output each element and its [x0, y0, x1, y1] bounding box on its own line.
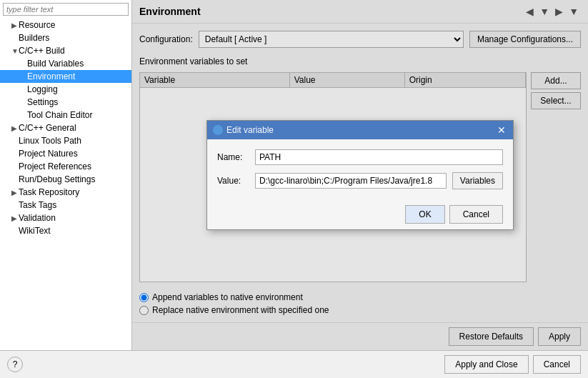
- apply-and-close-button[interactable]: Apply and Close: [444, 355, 528, 374]
- modal-name-row: Name:: [217, 149, 503, 165]
- sidebar-item-label-project-references: Project References: [19, 161, 91, 171]
- modal-value-row: Value: Variables: [217, 172, 503, 189]
- sidebar-item-label-resource: Resource: [19, 20, 55, 30]
- sidebar-item-logging[interactable]: Logging: [0, 83, 131, 96]
- modal-value-label: Value:: [217, 176, 249, 186]
- footer-right: Apply and Close Cancel: [444, 355, 581, 374]
- sidebar-item-label-linux-tools-path: Linux Tools Path: [19, 136, 81, 146]
- modal-title: Edit variable: [226, 125, 274, 135]
- sidebar-item-label-validation: Validation: [19, 213, 56, 223]
- help-button[interactable]: ?: [7, 357, 23, 372]
- modal-name-label: Name:: [217, 152, 249, 162]
- sidebar-item-cpp-general[interactable]: ▶C/C++ General: [0, 121, 131, 134]
- tree-arrow-resource: ▶: [11, 21, 19, 29]
- cancel-button[interactable]: Cancel: [533, 355, 581, 374]
- sidebar-item-wikitext[interactable]: WikiText: [0, 224, 131, 237]
- modal-header: Edit variable ✕: [207, 121, 513, 139]
- modal-footer: OK Cancel: [207, 199, 513, 229]
- sidebar-item-linux-tools-path[interactable]: Linux Tools Path: [0, 134, 131, 147]
- sidebar-item-validation[interactable]: ▶Validation: [0, 212, 131, 224]
- modal-body: Name: Value: Variables: [207, 139, 513, 199]
- right-panel: Environment ◀ ▼ ▶ ▼ Configuration: Defau…: [132, 0, 588, 350]
- modal-header-title: Edit variable: [213, 125, 274, 135]
- sidebar-item-environment[interactable]: Environment: [0, 70, 131, 83]
- sidebar-item-label-project-natures: Project Natures: [19, 149, 78, 159]
- variables-button[interactable]: Variables: [452, 172, 503, 189]
- edit-variable-dialog: Edit variable ✕ Name: Value: Variables: [206, 120, 514, 230]
- sidebar-item-settings[interactable]: Settings: [0, 96, 131, 109]
- tree-arrow-cpp-build: ▼: [11, 47, 19, 55]
- sidebar-item-project-natures[interactable]: Project Natures: [0, 147, 131, 160]
- sidebar-item-build-variables[interactable]: Build Variables: [0, 57, 131, 70]
- sidebar-item-label-task-repository: Task Repository: [19, 187, 79, 197]
- modal-ok-button[interactable]: OK: [405, 205, 444, 224]
- footer-left: ?: [7, 357, 23, 372]
- footer: ? Apply and Close Cancel: [0, 350, 588, 378]
- tree-arrow-task-repository: ▶: [11, 189, 19, 197]
- main-container: ▶ResourceBuilders▼C/C++ BuildBuild Varia…: [0, 0, 588, 378]
- sidebar-item-label-task-tags: Task Tags: [19, 200, 56, 210]
- sidebar-item-task-repository[interactable]: ▶Task Repository: [0, 186, 131, 199]
- modal-close-button[interactable]: ✕: [496, 124, 507, 136]
- modal-value-input[interactable]: [255, 173, 447, 189]
- tree-container: ▶ResourceBuilders▼C/C++ BuildBuild Varia…: [0, 19, 131, 350]
- content-area: ▶ResourceBuilders▼C/C++ BuildBuild Varia…: [0, 0, 588, 350]
- sidebar-item-label-tool-chain-editor: Tool Chain Editor: [27, 110, 92, 120]
- sidebar-item-label-build-variables: Build Variables: [27, 59, 84, 69]
- sidebar-item-project-references[interactable]: Project References: [0, 160, 131, 173]
- sidebar-item-label-logging: Logging: [27, 84, 58, 94]
- sidebar-item-label-cpp-build: C/C++ Build: [19, 46, 65, 56]
- tree-arrow-cpp-general: ▶: [11, 124, 19, 132]
- tree-arrow-validation: ▶: [11, 214, 19, 222]
- modal-overlay: Edit variable ✕ Name: Value: Variables: [132, 0, 588, 350]
- sidebar-item-run-debug-settings[interactable]: Run/Debug Settings: [0, 173, 131, 186]
- filter-input[interactable]: [3, 3, 129, 16]
- sidebar-item-label-run-debug-settings: Run/Debug Settings: [19, 174, 95, 184]
- sidebar-item-builders[interactable]: Builders: [0, 31, 131, 44]
- sidebar-item-label-builders: Builders: [19, 33, 49, 43]
- dialog-icon: [213, 125, 223, 135]
- sidebar-item-label-environment: Environment: [27, 71, 75, 81]
- sidebar-item-label-settings: Settings: [27, 97, 58, 107]
- sidebar-item-label-cpp-general: C/C++ General: [19, 123, 76, 133]
- sidebar-item-cpp-build[interactable]: ▼C/C++ Build: [0, 44, 131, 57]
- modal-cancel-button[interactable]: Cancel: [449, 205, 503, 224]
- modal-name-input[interactable]: [255, 149, 503, 165]
- left-panel: ▶ResourceBuilders▼C/C++ BuildBuild Varia…: [0, 0, 132, 350]
- sidebar-item-tool-chain-editor[interactable]: Tool Chain Editor: [0, 109, 131, 121]
- sidebar-item-task-tags[interactable]: Task Tags: [0, 199, 131, 212]
- sidebar-item-label-wikitext: WikiText: [19, 226, 51, 236]
- sidebar-item-resource[interactable]: ▶Resource: [0, 19, 131, 31]
